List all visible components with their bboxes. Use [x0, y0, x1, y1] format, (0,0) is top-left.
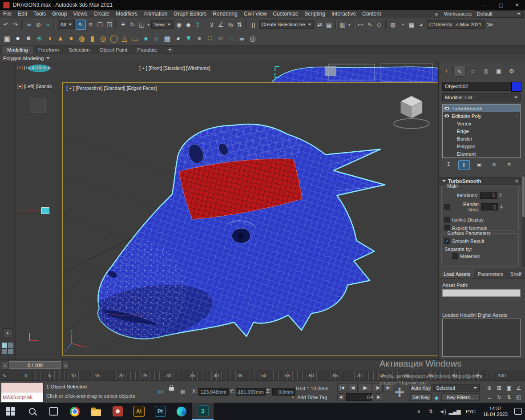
- time-slider-handle[interactable]: 0 / 100: [9, 361, 61, 369]
- time-slider-prev-button[interactable]: <: [2, 362, 8, 370]
- hierarchy-tab-icon[interactable]: ⌂: [467, 66, 479, 76]
- trackbar-ruler[interactable]: 0510152025303540455055606570758085909510…: [26, 371, 504, 380]
- selection-lock-toggle-icon[interactable]: [169, 387, 174, 391]
- ring-teal-icon[interactable]: ◌: [226, 32, 237, 44]
- stack-item-polygon[interactable]: Polygon: [443, 142, 520, 150]
- droplet-icon[interactable]: ▼: [183, 32, 194, 44]
- star-icon[interactable]: ★: [141, 32, 151, 44]
- menu-item-2[interactable]: Tools: [30, 10, 49, 17]
- set-key-mode-icon[interactable]: +: [390, 382, 409, 402]
- align-icon[interactable]: ▤: [324, 20, 334, 29]
- menu-item-10[interactable]: Civil View: [241, 10, 270, 17]
- cone-icon[interactable]: ▲: [55, 32, 66, 44]
- cylinder-icon[interactable]: ▮: [87, 32, 98, 44]
- stack-item-editable-poly[interactable]: Editable Poly∴: [443, 112, 520, 120]
- snowflake-icon[interactable]: ✳: [34, 32, 44, 44]
- assets-tab-0[interactable]: Load Assets: [440, 270, 474, 278]
- stack-item-vertex[interactable]: Vertex: [443, 120, 520, 127]
- mini-curve-editor-icon[interactable]: ∿: [2, 372, 7, 379]
- auto-key-button[interactable]: Auto Key: [410, 384, 432, 392]
- isoline-display-checkbox[interactable]: [444, 217, 450, 222]
- checker-pattern-icon[interactable]: ▦: [162, 32, 173, 44]
- modify-tab-icon[interactable]: ∿: [453, 66, 466, 77]
- menu-item-13[interactable]: Interactive: [328, 10, 359, 17]
- key-filter-clock-icon[interactable]: ◆: [432, 394, 440, 402]
- render-setup-icon[interactable]: ◔: [398, 20, 407, 29]
- start-button[interactable]: [0, 403, 21, 420]
- capsule-icon[interactable]: ▰: [237, 32, 247, 44]
- rendered-frame-window-icon[interactable]: ▦: [407, 20, 416, 29]
- rail-expand-button[interactable]: ▸: [4, 328, 12, 337]
- use-pivot-center-icon[interactable]: ◉: [174, 20, 184, 29]
- task-view-button[interactable]: [43, 403, 64, 420]
- perspective-viewport-label[interactable]: [ + ] [Perspective] [Standard] [Edged Fa…: [66, 85, 157, 91]
- asset-path-input[interactable]: [442, 289, 521, 297]
- go-to-start-button[interactable]: |◀: [337, 383, 347, 392]
- polygon-modeling-panel[interactable]: Polygon Modeling: [3, 56, 44, 61]
- curve-editor-icon[interactable]: ∿: [365, 20, 375, 29]
- taskbar-app-red[interactable]: [107, 403, 128, 420]
- undo-icon[interactable]: ↶: [1, 20, 11, 29]
- visibility-eye-icon[interactable]: [444, 107, 449, 110]
- track-bar[interactable]: ∿ 05101520253035404550556065707580859095…: [0, 371, 525, 381]
- torus-icon[interactable]: ◎: [98, 32, 109, 44]
- taskbar-app-3dsmax[interactable]: 3: [192, 403, 214, 420]
- select-and-link-icon[interactable]: ∞: [24, 20, 34, 29]
- select-and-rotate-icon[interactable]: ↻: [128, 20, 137, 29]
- taskbar-app-chrome[interactable]: [64, 403, 85, 420]
- pin-stack-icon[interactable]: ↧: [443, 160, 454, 169]
- viewcube[interactable]: [394, 96, 429, 129]
- menu-item-11[interactable]: Customize: [270, 10, 302, 17]
- isolate-selection-toggle-icon[interactable]: ▤: [157, 388, 165, 396]
- time-slider[interactable]: < 0 / 100 >: [0, 359, 525, 371]
- dragon-model[interactable]: [72, 114, 385, 351]
- menu-item-0[interactable]: File: [0, 10, 15, 17]
- taskbar-app-explorer[interactable]: [85, 403, 107, 420]
- render-production-icon[interactable]: ◕: [416, 20, 426, 29]
- sun-icon[interactable]: ☼: [151, 32, 162, 44]
- bluetooth-icon[interactable]: ⇅: [427, 408, 435, 416]
- menu-item-6[interactable]: Modifiers: [113, 10, 141, 17]
- menu-item-7[interactable]: Animation: [141, 10, 170, 17]
- frame-back-button[interactable]: ◀: [337, 393, 344, 400]
- language-indicator[interactable]: РУС: [462, 403, 480, 420]
- modifier-list-dropdown[interactable]: Modifier List: [442, 93, 521, 101]
- bind-to-space-warp-icon[interactable]: ≈: [43, 20, 52, 29]
- schematic-view-icon[interactable]: ◇: [375, 20, 384, 29]
- time-slider-next-button[interactable]: >: [62, 362, 69, 370]
- ribbon-tab-2[interactable]: Selection: [64, 46, 94, 54]
- tube-icon[interactable]: ◯: [109, 32, 119, 44]
- layer-list-arrow-icon[interactable]: ▾: [347, 20, 351, 29]
- ribbon-toggle-icon[interactable]: ▭: [356, 20, 365, 29]
- object-name-field[interactable]: Object002: [442, 82, 512, 91]
- stack-item-turbosmooth[interactable]: TurboSmooth∴: [443, 105, 520, 112]
- current-frame-field[interactable]: 0: [346, 393, 372, 401]
- percent-snap-icon[interactable]: %: [226, 20, 235, 29]
- angle-snap-icon[interactable]: ∠: [216, 20, 226, 29]
- configure-modifier-sets-icon[interactable]: ≡: [504, 160, 514, 169]
- scale-flyout-arrow-icon[interactable]: ▾: [146, 20, 150, 29]
- mirror-icon[interactable]: ⇄: [315, 20, 324, 29]
- selection-filter-dropdown[interactable]: All: [58, 20, 75, 29]
- next-frame-button[interactable]: |▶: [373, 383, 383, 392]
- iterations-field[interactable]: 1: [480, 192, 497, 199]
- rollout-menu-icon[interactable]: ≡: [515, 178, 518, 184]
- front-viewport-label[interactable]: [ + ] [Front] [Standard] [Wireframe]: [139, 65, 210, 71]
- key-filters-button[interactable]: Key Filters...: [441, 393, 480, 401]
- ribbon-tab-4[interactable]: Populate: [132, 46, 162, 54]
- assets-tab-1[interactable]: Parameters: [474, 270, 507, 278]
- zoom-extents-icon[interactable]: ▣: [505, 384, 513, 392]
- loaded-assets-box[interactable]: [442, 319, 521, 357]
- taskbar-clock[interactable]: 14:37 16.04.2023: [480, 403, 511, 420]
- action-center-button[interactable]: [511, 403, 525, 420]
- iterations-spinner[interactable]: [499, 192, 502, 198]
- viewport-layout-icon[interactable]: [2, 343, 13, 354]
- select-and-move-icon[interactable]: +: [118, 20, 128, 29]
- geometry-box-icon[interactable]: ■: [23, 32, 34, 44]
- frame-forward-button[interactable]: ▶: [375, 393, 382, 400]
- menu-item-8[interactable]: Graph Editors: [170, 10, 210, 17]
- material-editor-icon[interactable]: ◍: [388, 20, 398, 29]
- time-tag-icon[interactable]: ◔: [288, 393, 296, 401]
- stack-item-edge[interactable]: Edge: [443, 127, 520, 135]
- create-selection-set-dropdown[interactable]: Create Selection Se: [259, 20, 314, 29]
